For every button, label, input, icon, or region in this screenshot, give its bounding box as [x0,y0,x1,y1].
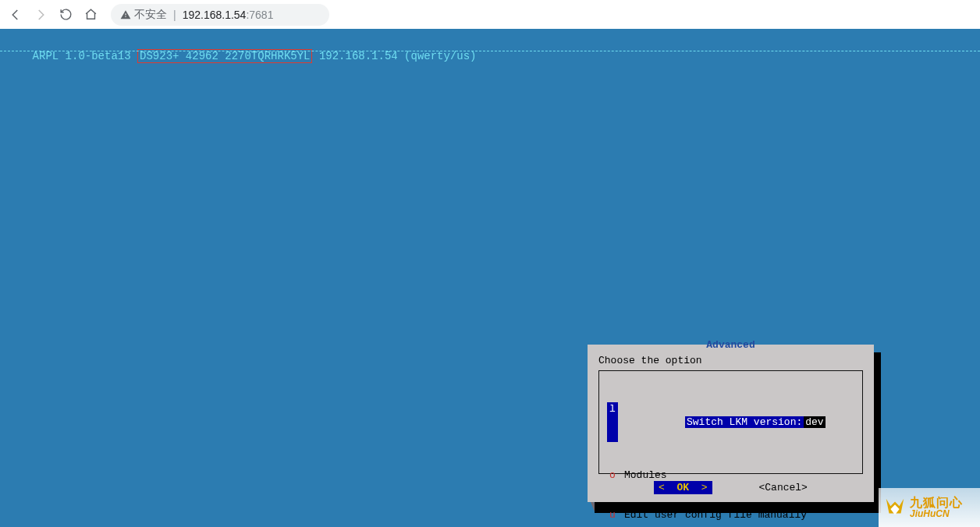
omnibox-separator: | [173,9,176,21]
menu-key: o [607,469,618,482]
reload-icon[interactable] [55,4,76,26]
brand-cn: 九狐问心 [910,497,963,509]
url-port: :7681 [246,9,273,21]
back-icon[interactable] [5,4,27,26]
address-bar[interactable]: 不安全 | 192.168.1.54:7681 [111,4,329,26]
dialog-buttons: < OK > <Cancel> [588,481,874,494]
dialog-prompt: Choose the option [598,354,702,367]
dialog-menu: l Switch LKM version:dev o Modules u Edi… [598,370,863,474]
menu-item-edit-config[interactable]: u Edit user config file manually [605,508,856,522]
forward-icon[interactable] [30,4,51,26]
dialog-title: Advanced [588,338,874,352]
advanced-dialog: Advanced Choose the option l Switch LKM … [588,345,874,502]
fox-icon [883,496,907,519]
insecure-label: 不安全 [134,8,167,22]
ok-button[interactable]: < OK > [654,481,712,494]
menu-key: u [607,508,618,522]
menu-label-prefix: Switch LKM version: [685,416,804,428]
brand-en: JiuHuCN [910,509,963,518]
menu-label: Edit user config file manually [624,508,854,522]
ip-keyboard: 192.168.1.54 (qwerty/us) [319,50,477,62]
terminal-status-line: ARPL 1.0-beta13 DS923+ 42962 2270TQRHRK5… [6,37,477,76]
cancel-button[interactable]: <Cancel> [759,481,808,494]
insecure-badge: 不安全 [120,8,167,22]
home-icon[interactable] [80,4,101,26]
menu-label-value: dev [804,416,825,428]
menu-item-modules[interactable]: o Modules [605,469,856,482]
menu-item-switch-lkm[interactable]: l Switch LKM version:dev [605,402,856,442]
browser-toolbar: 不安全 | 192.168.1.54:7681 [0,0,980,29]
menu-key: l [607,402,618,442]
terminal-divider [0,51,980,51]
menu-label: Modules [624,469,854,482]
warning-icon [120,9,131,20]
brand-badge: 九狐问心 JiuHuCN [879,488,980,527]
arpl-version: ARPL 1.0-beta13 [33,50,131,62]
url-host: 192.168.1.54 [183,9,247,21]
terminal-viewport[interactable]: ARPL 1.0-beta13 DS923+ 42962 2270TQRHRK5… [0,29,980,527]
